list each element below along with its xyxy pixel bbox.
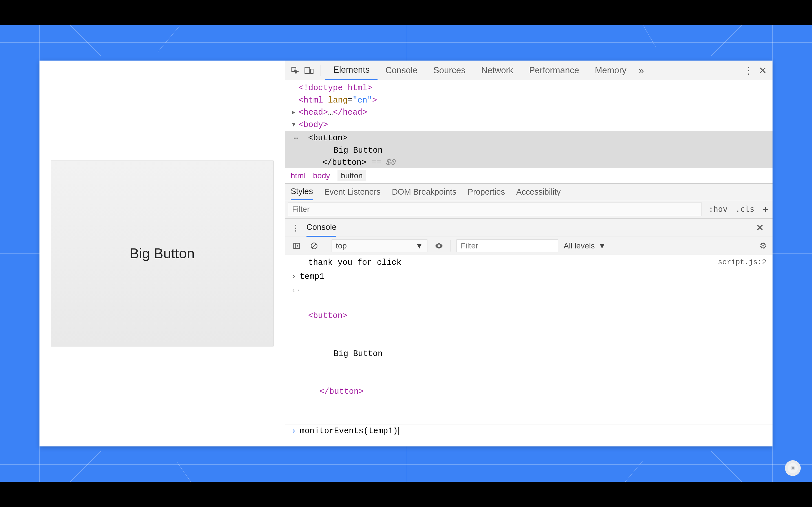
- dom-line-head[interactable]: ▸<head>…</head>: [285, 107, 772, 119]
- console-input-row[interactable]: › temp1: [285, 270, 772, 284]
- blueprint-background: Big Button Elements Console Sources Netw…: [0, 25, 812, 482]
- console-drawer-tab[interactable]: Console: [306, 218, 336, 237]
- devtools-tab-strip: Elements Console Sources Network Perform…: [285, 61, 772, 80]
- live-expression-eye-icon[interactable]: [433, 240, 445, 252]
- chrome-logo-icon: [785, 460, 801, 476]
- device-toggle-icon[interactable]: [302, 63, 316, 77]
- subtab-accessibility[interactable]: Accessibility: [516, 183, 561, 200]
- subtab-styles[interactable]: Styles: [291, 183, 313, 200]
- tab-sources[interactable]: Sources: [425, 61, 473, 80]
- tab-console[interactable]: Console: [377, 61, 425, 80]
- svg-point-9: [792, 467, 794, 469]
- console-current-input-row[interactable]: › monitorEvents(temp1): [285, 425, 772, 438]
- styles-filter-bar: :hov .cls ＋: [285, 200, 772, 218]
- tab-label: Console: [386, 65, 417, 75]
- inspect-element-icon[interactable]: [288, 63, 302, 77]
- console-log-row[interactable]: thank you for click script.js:2: [285, 256, 772, 270]
- close-drawer-icon[interactable]: ✕: [753, 221, 767, 235]
- console-toolbar: top ▼ All levels ▼ ⚙: [285, 237, 772, 255]
- tab-performance[interactable]: Performance: [521, 61, 587, 80]
- clear-console-icon[interactable]: [308, 240, 320, 252]
- chevron-down-icon: ▼: [598, 241, 606, 250]
- console-filter-input[interactable]: [456, 239, 558, 252]
- subtab-dom-breakpoints[interactable]: DOM Breakpoints: [392, 183, 456, 200]
- rendered-page: Big Button: [40, 61, 285, 446]
- dom-line-html[interactable]: <html lang="en">: [285, 94, 772, 107]
- tab-label: Memory: [595, 65, 626, 75]
- console-output-row[interactable]: ‹· <button> Big Button </button>: [285, 284, 772, 425]
- svg-rect-2: [310, 69, 313, 73]
- separator: [451, 240, 451, 251]
- big-button[interactable]: Big Button: [51, 161, 273, 346]
- devtools-panel: Elements Console Sources Network Perform…: [285, 61, 772, 446]
- console-drawer-header: ⋮ Console ✕: [285, 218, 772, 237]
- dom-tree[interactable]: <!doctype html> <html lang="en"> ▸<head>…: [285, 80, 772, 168]
- tab-label: Network: [481, 65, 513, 75]
- dom-breadcrumb: html body button: [285, 168, 772, 183]
- letterbox-bottom: [0, 482, 812, 507]
- dom-line-body[interactable]: ▾<body>: [285, 119, 772, 131]
- console-sidebar-toggle-icon[interactable]: [291, 240, 303, 252]
- tab-memory[interactable]: Memory: [587, 61, 635, 80]
- drawer-more-vert-icon[interactable]: ⋮: [291, 223, 301, 233]
- chevron-down-icon: ▼: [415, 241, 423, 250]
- console-source-link[interactable]: script.js:2: [718, 257, 766, 268]
- close-devtools-icon[interactable]: ✕: [756, 63, 770, 77]
- separator: [320, 65, 321, 76]
- big-button-label: Big Button: [130, 245, 195, 262]
- dom-line-doctype[interactable]: <!doctype html>: [285, 82, 772, 94]
- ellipsis-icon[interactable]: ⋯: [291, 132, 308, 145]
- tab-label: Sources: [434, 65, 465, 75]
- svg-rect-1: [305, 67, 310, 73]
- svg-line-6: [312, 244, 316, 248]
- breadcrumb-body[interactable]: body: [313, 171, 330, 180]
- breadcrumb-html[interactable]: html: [291, 171, 306, 180]
- console-output[interactable]: thank you for click script.js:2 › temp1 …: [285, 255, 772, 446]
- main-window: Big Button Elements Console Sources Netw…: [40, 61, 772, 446]
- styles-filter-input[interactable]: [288, 203, 702, 216]
- sidepanel-tabs: Styles Event Listeners DOM Breakpoints P…: [285, 183, 772, 200]
- tabs-overflow-icon[interactable]: »: [635, 63, 649, 77]
- tab-label: Elements: [333, 65, 370, 75]
- text-cursor: [398, 427, 399, 435]
- tab-label: Performance: [529, 65, 579, 75]
- console-context-select[interactable]: top ▼: [332, 239, 427, 252]
- console-settings-gear-icon[interactable]: ⚙: [759, 241, 767, 251]
- svg-rect-3: [294, 243, 300, 248]
- breadcrumb-button[interactable]: button: [338, 170, 366, 181]
- subtab-event-listeners[interactable]: Event Listeners: [324, 183, 380, 200]
- cls-toggle[interactable]: .cls: [732, 205, 758, 214]
- more-vert-icon[interactable]: ⋮: [742, 63, 756, 77]
- hov-toggle[interactable]: :hov: [705, 205, 731, 214]
- new-style-rule-icon[interactable]: ＋: [758, 203, 772, 216]
- console-levels-select[interactable]: All levels ▼: [564, 241, 606, 250]
- dom-line-button-selected[interactable]: ⋯ <button> Big Button </button> == $0: [285, 131, 772, 168]
- tab-elements[interactable]: Elements: [325, 61, 377, 80]
- tab-network[interactable]: Network: [473, 61, 521, 80]
- subtab-properties[interactable]: Properties: [468, 183, 505, 200]
- letterbox-top: [0, 0, 812, 25]
